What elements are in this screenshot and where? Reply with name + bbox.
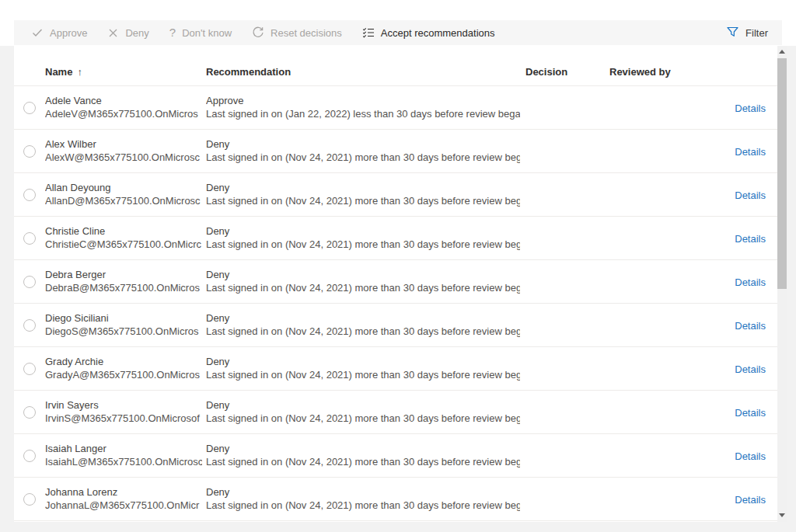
row-select-radio[interactable]	[23, 493, 36, 506]
user-email: ChristieC@M365x775100.OnMicrc	[45, 238, 202, 251]
filter-label: Filter	[745, 27, 768, 39]
user-name: Adele Vance	[45, 94, 202, 107]
table-row: Johanna Lorenz JohannaL@M365x775100.OnMi…	[14, 478, 777, 521]
name-cell: Allan Deyoung AllanD@M365x775100.OnMicro…	[45, 181, 202, 207]
details-link[interactable]: Details	[735, 406, 766, 419]
dont-know-button[interactable]: ? Don't know	[169, 26, 232, 39]
recommendation-value: Deny	[206, 485, 520, 499]
recommendation-value: Deny	[206, 442, 520, 455]
user-name: Alex Wilber	[45, 137, 202, 151]
user-email: DiegoS@M365x775100.OnMicros	[45, 325, 202, 338]
recommendation-cell: Deny Last signed in on (Nov 24, 2021) mo…	[206, 355, 520, 381]
deny-button[interactable]: Deny	[107, 27, 148, 39]
name-cell: Grady Archie GradyA@M365x775100.OnMicros	[45, 355, 202, 381]
name-cell: Alex Wilber AlexW@M365x775100.OnMicrosc	[45, 137, 202, 164]
name-column-label: Name	[45, 66, 72, 78]
recommendation-value: Deny	[206, 137, 520, 151]
accept-recommendations-label: Accept recommendations	[381, 27, 495, 39]
table-row: Alex Wilber AlexW@M365x775100.OnMicrosc …	[14, 130, 777, 173]
access-review-panel: Name ↑ Recommendation Decision Reviewed …	[14, 46, 787, 522]
check-icon	[31, 26, 44, 39]
recommendation-cell: Approve Last signed in on (Jan 22, 2022)…	[206, 94, 520, 120]
user-name: Isaiah Langer	[45, 442, 202, 455]
table-row: Isaiah Langer IsaiahL@M365x775100.OnMicr…	[14, 434, 777, 478]
row-select-radio[interactable]	[23, 363, 36, 375]
details-link[interactable]: Details	[735, 102, 766, 115]
row-select-radio[interactable]	[23, 319, 36, 332]
row-select-radio[interactable]	[23, 450, 36, 462]
row-select-radio[interactable]	[23, 276, 36, 288]
user-name: Christie Cline	[45, 224, 202, 238]
recommendation-reason: Last signed in on (Nov 24, 2021) more th…	[206, 281, 520, 294]
scroll-down-icon	[779, 513, 785, 517]
recommendation-reason: Last signed in on (Nov 24, 2021) more th…	[206, 238, 520, 251]
dont-know-label: Don't know	[182, 27, 232, 39]
details-link[interactable]: Details	[735, 276, 766, 289]
name-cell: Debra Berger DebraB@M365x775100.OnMicros	[45, 268, 202, 294]
accept-recommendations-icon	[362, 26, 375, 39]
scroll-up-button[interactable]	[777, 46, 787, 57]
table-header: Name ↑ Recommendation Decision Reviewed …	[14, 46, 777, 86]
name-cell: Irvin Sayers IrvinS@M365x775100.OnMicros…	[45, 398, 202, 425]
recommendation-reason: Last signed in on (Nov 24, 2021) more th…	[206, 455, 520, 468]
column-header-reviewed-by[interactable]: Reviewed by	[609, 66, 671, 78]
recommendation-value: Deny	[206, 181, 520, 194]
recommendation-cell: Deny Last signed in on (Nov 24, 2021) mo…	[206, 224, 520, 251]
table-row: Diego Siciliani DiegoS@M365x775100.OnMic…	[14, 304, 777, 347]
recommendation-reason: Last signed in on (Nov 24, 2021) more th…	[206, 368, 520, 381]
recommendation-value: Deny	[206, 398, 520, 412]
name-cell: Christie Cline ChristieC@M365x775100.OnM…	[45, 224, 202, 251]
column-header-recommendation[interactable]: Recommendation	[206, 66, 291, 78]
details-link[interactable]: Details	[735, 493, 766, 506]
scrollbar-thumb[interactable]	[777, 58, 787, 289]
reset-decisions-label: Reset decisions	[271, 27, 342, 39]
column-header-name[interactable]: Name ↑	[45, 66, 82, 78]
vertical-scrollbar[interactable]	[777, 46, 787, 522]
user-email: JohannaL@M365x775100.OnMicr	[45, 499, 202, 512]
details-link[interactable]: Details	[735, 232, 766, 245]
recommendation-reason: Last signed in on (Nov 24, 2021) more th…	[206, 151, 520, 164]
name-cell: Diego Siciliani DiegoS@M365x775100.OnMic…	[45, 311, 202, 338]
reset-icon	[252, 26, 264, 39]
column-header-decision[interactable]: Decision	[525, 66, 567, 78]
table-row: Irvin Sayers IrvinS@M365x775100.OnMicros…	[14, 391, 777, 434]
details-link[interactable]: Details	[735, 450, 766, 463]
user-email: GradyA@M365x775100.OnMicros	[45, 368, 202, 381]
recommendation-cell: Deny Last signed in on (Nov 24, 2021) mo…	[206, 442, 520, 468]
approve-button[interactable]: Approve	[31, 26, 87, 39]
details-link[interactable]: Details	[735, 363, 766, 376]
recommendation-cell: Deny Last signed in on (Nov 24, 2021) mo…	[206, 137, 520, 164]
user-name: Allan Deyoung	[45, 181, 202, 194]
name-cell: Isaiah Langer IsaiahL@M365x775100.OnMicr…	[45, 442, 202, 468]
approve-label: Approve	[50, 27, 87, 39]
recommendation-reason: Last signed in on (Nov 24, 2021) more th…	[206, 499, 520, 512]
user-email: IsaiahL@M365x775100.OnMicrosc	[45, 455, 202, 468]
row-select-radio[interactable]	[23, 102, 36, 114]
user-email: AlexW@M365x775100.OnMicrosc	[45, 151, 202, 164]
row-select-radio[interactable]	[23, 145, 36, 158]
recommendation-cell: Deny Last signed in on (Nov 24, 2021) mo…	[206, 311, 520, 338]
table-row: Adele Vance AdeleV@M365x775100.OnMicros …	[14, 86, 777, 130]
accept-recommendations-button[interactable]: Accept recommendations	[362, 26, 495, 39]
user-name: Grady Archie	[45, 355, 202, 368]
table-row: Debra Berger DebraB@M365x775100.OnMicros…	[14, 260, 777, 304]
recommendation-cell: Deny Last signed in on (Nov 24, 2021) mo…	[206, 268, 520, 294]
user-email: IrvinS@M365x775100.OnMicrosof	[45, 412, 202, 425]
scroll-down-button[interactable]	[777, 509, 787, 520]
row-select-radio[interactable]	[23, 232, 36, 245]
row-select-radio[interactable]	[23, 189, 36, 201]
user-email: AllanD@M365x775100.OnMicrosc	[45, 194, 202, 207]
sort-ascending-icon: ↑	[77, 66, 82, 78]
details-link[interactable]: Details	[735, 145, 766, 158]
user-name: Johanna Lorenz	[45, 485, 202, 499]
question-mark-icon: ?	[169, 26, 176, 39]
scroll-up-icon	[779, 50, 785, 54]
details-link[interactable]: Details	[735, 319, 766, 332]
recommendation-reason: Last signed in on (Nov 24, 2021) more th…	[206, 325, 520, 338]
details-link[interactable]: Details	[735, 189, 766, 202]
filter-button[interactable]: Filter	[726, 26, 768, 40]
user-name: Diego Siciliani	[45, 311, 202, 325]
user-email: AdeleV@M365x775100.OnMicros	[45, 107, 202, 120]
reset-decisions-button[interactable]: Reset decisions	[252, 26, 342, 39]
row-select-radio[interactable]	[23, 406, 36, 419]
